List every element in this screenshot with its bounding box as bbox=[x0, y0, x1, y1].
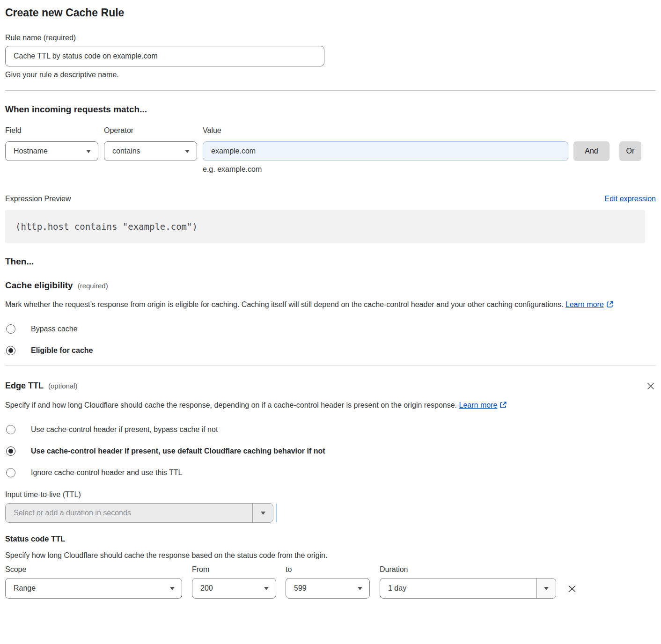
field-label: Field bbox=[5, 126, 104, 135]
expression-header: Expression Preview Edit expression bbox=[5, 195, 656, 203]
section-divider bbox=[5, 90, 656, 91]
duration-label: Duration bbox=[380, 565, 556, 574]
value-hint: e.g. example.com bbox=[203, 165, 656, 174]
scope-label: Scope bbox=[5, 565, 182, 574]
then-heading: Then... bbox=[5, 256, 656, 267]
radio-label: Use cache-control header if present, byp… bbox=[31, 425, 218, 434]
edge-ttl-heading-row: Edge TTL (optional) bbox=[5, 381, 78, 391]
expression-preview-box: (http.host contains "example.com") bbox=[5, 210, 645, 243]
ttl-duration-placeholder: Select or add a duration in seconds bbox=[6, 504, 252, 522]
status-code-ttl-row: Scope Range From 200 to 599 Duration 1 d… bbox=[5, 565, 656, 599]
ttl-duration-select[interactable]: Select or add a duration in seconds bbox=[5, 503, 273, 523]
field-select[interactable]: Hostname bbox=[5, 141, 98, 161]
learn-more-link[interactable]: Learn more bbox=[459, 401, 498, 409]
match-labels-row: Field Operator Value bbox=[5, 126, 656, 135]
text-caret bbox=[276, 504, 277, 522]
scope-select[interactable]: Range bbox=[5, 578, 182, 599]
cache-eligibility-description-text: Mark whether the request’s response from… bbox=[5, 300, 563, 308]
from-select-value: 200 bbox=[200, 584, 213, 593]
radio-label: Ignore cache-control header and use this… bbox=[31, 468, 182, 477]
ttl-input-label: Input time-to-live (TTL) bbox=[5, 490, 656, 499]
learn-more-link[interactable]: Learn more bbox=[566, 300, 604, 308]
ttl-combo-row: Select or add a duration in seconds bbox=[5, 503, 656, 523]
chevron-down-icon[interactable] bbox=[252, 504, 273, 522]
optional-badge: (optional) bbox=[48, 382, 78, 390]
edge-ttl-header-row: Edge TTL (optional) bbox=[5, 381, 656, 391]
external-link-icon bbox=[499, 400, 507, 413]
or-button[interactable]: Or bbox=[619, 141, 641, 161]
operator-label: Operator bbox=[104, 126, 203, 135]
cache-eligibility-heading: Cache eligibility bbox=[5, 280, 73, 291]
duration-column: Duration 1 day bbox=[380, 565, 556, 599]
edge-ttl-description-text: Specify if and how long Cloudflare shoul… bbox=[5, 401, 457, 409]
from-label: From bbox=[192, 565, 276, 574]
match-heading: When incoming requests match... bbox=[5, 104, 656, 115]
radio-label: Bypass cache bbox=[31, 325, 78, 333]
match-controls-row: Hostname contains And Or bbox=[5, 141, 656, 161]
and-button[interactable]: And bbox=[573, 141, 610, 161]
radio-label: Use cache-control header if present, use… bbox=[31, 447, 325, 455]
status-code-ttl-heading: Status code TTL bbox=[5, 534, 656, 543]
edit-expression-link[interactable]: Edit expression bbox=[605, 195, 656, 203]
scope-select-value: Range bbox=[14, 584, 36, 593]
scope-column: Scope Range bbox=[5, 565, 182, 599]
cache-eligibility-description: Mark whether the request’s response from… bbox=[5, 298, 635, 312]
operator-select-value: contains bbox=[112, 147, 140, 155]
value-label: Value bbox=[203, 126, 221, 135]
to-select[interactable]: 599 bbox=[286, 578, 370, 599]
status-code-ttl-description: Specify how long Cloudflare should cache… bbox=[5, 551, 656, 560]
chevron-down-icon bbox=[86, 150, 91, 153]
required-badge: (required) bbox=[78, 282, 108, 290]
radio-label: Eligible for cache bbox=[31, 346, 93, 355]
chevron-down-icon bbox=[170, 587, 175, 590]
expression-code: (http.host contains "example.com") bbox=[15, 221, 198, 232]
radio-option-use-header-bypass[interactable]: Use cache-control header if present, byp… bbox=[5, 425, 656, 434]
radio-option-ignore-header[interactable]: Ignore cache-control header and use this… bbox=[5, 468, 656, 477]
chevron-down-icon bbox=[264, 587, 269, 590]
radio-option-use-header-default[interactable]: Use cache-control header if present, use… bbox=[5, 446, 656, 456]
operator-select[interactable]: contains bbox=[104, 141, 197, 161]
radio-icon[interactable] bbox=[6, 425, 15, 434]
value-input[interactable] bbox=[203, 141, 568, 161]
page-title: Create new Cache Rule bbox=[5, 7, 656, 19]
expression-preview-label: Expression Preview bbox=[5, 195, 71, 203]
duration-select-value: 1 day bbox=[380, 578, 536, 598]
edge-ttl-heading: Edge TTL bbox=[5, 381, 44, 391]
section-divider bbox=[5, 365, 656, 366]
field-select-value: Hostname bbox=[14, 147, 48, 155]
from-select[interactable]: 200 bbox=[192, 578, 276, 599]
radio-selected-icon[interactable] bbox=[6, 346, 15, 355]
rule-name-label: Rule name (required) bbox=[5, 34, 656, 42]
external-link-icon bbox=[606, 299, 614, 312]
to-label: to bbox=[286, 565, 370, 574]
duration-select[interactable]: 1 day bbox=[380, 578, 556, 599]
edge-ttl-description: Specify if and how long Cloudflare shoul… bbox=[5, 399, 522, 413]
radio-option-eligible-for-cache[interactable]: Eligible for cache bbox=[5, 346, 656, 355]
chevron-down-icon bbox=[358, 587, 362, 590]
cache-eligibility-heading-row: Cache eligibility (required) bbox=[5, 280, 656, 291]
to-select-value: 599 bbox=[294, 584, 307, 593]
chevron-down-icon[interactable] bbox=[536, 578, 556, 598]
radio-icon[interactable] bbox=[6, 468, 15, 477]
rule-name-input[interactable] bbox=[5, 46, 324, 66]
close-icon[interactable] bbox=[646, 381, 656, 391]
chevron-down-icon bbox=[185, 150, 190, 153]
radio-selected-icon[interactable] bbox=[6, 446, 15, 456]
to-column: to 599 bbox=[286, 565, 370, 599]
delete-row-icon[interactable] bbox=[566, 583, 578, 594]
radio-icon[interactable] bbox=[6, 324, 15, 334]
from-column: From 200 bbox=[192, 565, 276, 599]
create-cache-rule-form: Create new Cache Rule Rule name (require… bbox=[0, 7, 661, 599]
radio-option-bypass-cache[interactable]: Bypass cache bbox=[5, 324, 656, 334]
rule-name-help: Give your rule a descriptive name. bbox=[5, 71, 656, 79]
